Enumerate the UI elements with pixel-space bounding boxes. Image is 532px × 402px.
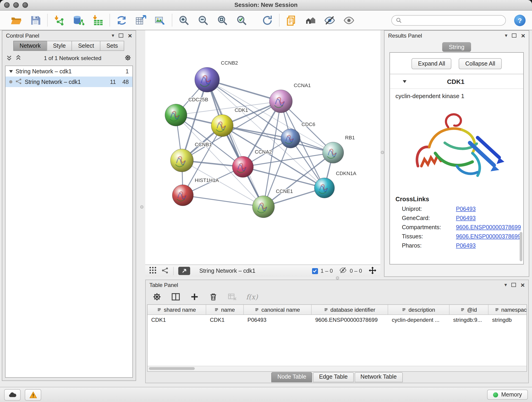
tab-sets[interactable]: Sets	[100, 41, 124, 51]
tab-node-table[interactable]: Node Table	[272, 372, 312, 382]
splitter-handle[interactable]	[336, 276, 339, 280]
column-header-canonical-name[interactable]: canonical name	[244, 305, 312, 314]
collapse-all-icon[interactable]	[6, 55, 12, 62]
panel-menu-icon[interactable]: ▾	[112, 33, 114, 38]
network-node-CDC6[interactable]	[281, 129, 300, 148]
birdseye-grid-icon[interactable]	[149, 266, 157, 275]
warnings-button[interactable]	[25, 389, 41, 400]
crosslink-link[interactable]: 9606.ENSP00000378699	[456, 224, 521, 230]
table-settings-gear-icon[interactable]	[152, 292, 162, 302]
zoom-out-icon[interactable]	[197, 14, 209, 26]
add-column-icon[interactable]	[190, 292, 199, 302]
hide-panel-eye-icon[interactable]	[324, 14, 336, 26]
network-node-HIST1H1A[interactable]	[172, 185, 193, 206]
network-row-selected[interactable]: String Network – cdk1 11 48	[6, 77, 133, 87]
delete-table-icon-disabled[interactable]	[227, 292, 237, 302]
open-session-icon[interactable]	[11, 14, 22, 26]
selection-checkbox[interactable]	[312, 268, 318, 274]
panel-float-icon[interactable]	[512, 33, 516, 38]
tab-network[interactable]: Network	[13, 41, 47, 51]
table-cell[interactable]: cyclin-dependent ...	[388, 317, 450, 323]
network-canvas[interactable]: CCNB2CCNA1CDC25BCDK1CDC6RB1CCNB1CCNA2CDK…	[145, 30, 380, 264]
import-network-file-icon[interactable]	[54, 14, 65, 26]
network-node-CDK1[interactable]	[211, 115, 233, 137]
disclosure-triangle-icon[interactable]	[9, 70, 13, 73]
search-input[interactable]	[405, 17, 501, 24]
function-builder-icon[interactable]: f(x)	[246, 293, 258, 301]
disclosure-triangle-icon[interactable]	[403, 80, 406, 83]
panel-float-icon[interactable]	[119, 33, 123, 38]
new-network-from-selection-icon[interactable]	[116, 14, 127, 26]
table-cell[interactable]: CDK1	[206, 317, 244, 323]
hidden-eye-icon[interactable]	[339, 266, 347, 275]
network-node-CDKN1A[interactable]	[314, 178, 335, 198]
tab-network-table[interactable]: Network Table	[355, 372, 403, 382]
panel-close-icon[interactable]: ×	[521, 32, 525, 39]
scrollbar-thumb[interactable]	[149, 367, 195, 370]
network-share-icon[interactable]	[161, 267, 169, 275]
panel-float-icon[interactable]	[511, 283, 516, 287]
table-cell[interactable]: stringdb	[488, 317, 527, 323]
network-node-CCNB2[interactable]	[195, 67, 220, 92]
column-header-namespac[interactable]: namespac	[488, 305, 527, 314]
panel-menu-icon[interactable]: ▾	[504, 282, 507, 287]
show-panel-eye-icon[interactable]	[343, 14, 355, 26]
show-columns-icon[interactable]	[171, 292, 181, 302]
network-node-CDC25B[interactable]	[165, 104, 187, 126]
splitter-handle[interactable]	[140, 205, 143, 209]
apply-layout-icon[interactable]	[262, 14, 273, 26]
table-cell[interactable]: 9606.ENSP00000378699	[312, 317, 388, 323]
tab-select[interactable]: Select	[72, 41, 101, 51]
network-node-CCNA1[interactable]	[269, 90, 292, 113]
network-node-CCNE1[interactable]	[253, 196, 274, 218]
zoom-selected-icon[interactable]	[236, 14, 247, 26]
table-cell[interactable]: P06493	[244, 317, 312, 323]
import-table-icon[interactable]	[92, 14, 104, 26]
table-cell[interactable]: CDK1	[147, 317, 206, 323]
network-node-RB1[interactable]	[323, 142, 344, 163]
zoom-fit-icon[interactable]	[217, 14, 228, 26]
import-network-database-icon[interactable]	[73, 14, 84, 26]
save-session-icon[interactable]	[30, 14, 41, 26]
network-edge[interactable]	[207, 80, 264, 207]
export-image-icon[interactable]	[154, 14, 166, 26]
table-row[interactable]: CDK1CDK1P064939606.ENSP00000378699cyclin…	[147, 315, 526, 325]
export-table-icon[interactable]	[135, 14, 147, 26]
copy-document-icon[interactable]	[285, 14, 297, 26]
collapse-all-button[interactable]: Collapse All	[459, 58, 502, 69]
cloud-button[interactable]	[4, 389, 21, 400]
memory-button[interactable]: Memory	[487, 390, 528, 400]
column-header-name[interactable]: name	[206, 305, 244, 314]
column-header-shared-name[interactable]: shared name	[147, 305, 206, 314]
expand-all-icon[interactable]	[16, 55, 21, 62]
zoom-in-icon[interactable]	[178, 14, 190, 26]
gear-icon[interactable]	[124, 54, 132, 63]
network-edge[interactable]	[243, 153, 333, 167]
tab-style[interactable]: Style	[46, 41, 72, 51]
tab-string[interactable]: String	[442, 42, 471, 52]
tab-edge-table[interactable]: Edge Table	[313, 372, 354, 382]
open-in-new-window-button[interactable]	[178, 267, 190, 275]
table-horizontal-scrollbar[interactable]	[147, 366, 526, 371]
crosslink-link[interactable]: P06493	[456, 242, 476, 249]
help-button[interactable]: ?	[514, 14, 526, 26]
network-edge[interactable]	[183, 195, 264, 207]
table-cell[interactable]: stringdb:9...	[450, 317, 488, 323]
network-node-CCNA2[interactable]	[232, 156, 253, 177]
network-node-CCNB1[interactable]	[171, 149, 193, 172]
pan-move-icon[interactable]	[368, 266, 377, 276]
delete-column-icon[interactable]	[209, 292, 218, 302]
crosslink-link[interactable]: P06493	[456, 215, 476, 221]
splitter-handle[interactable]	[381, 151, 384, 154]
crosslink-link[interactable]: P06493	[456, 206, 476, 212]
results-scrollbar-thumb[interactable]	[520, 232, 522, 261]
home-icon[interactable]	[305, 14, 316, 26]
panel-menu-icon[interactable]: ▾	[505, 33, 507, 38]
column-header-database-identifier[interactable]: database identifier	[312, 305, 388, 314]
column-header-description[interactable]: description	[388, 305, 450, 314]
panel-close-icon[interactable]: ×	[128, 32, 132, 39]
column-header--id[interactable]: @id	[450, 305, 488, 314]
network-collection-row[interactable]: String Network – cdk1 1	[6, 66, 133, 77]
gene-accordion-header[interactable]: CDK1	[390, 74, 523, 89]
expand-all-button[interactable]: Expand All	[412, 58, 452, 69]
